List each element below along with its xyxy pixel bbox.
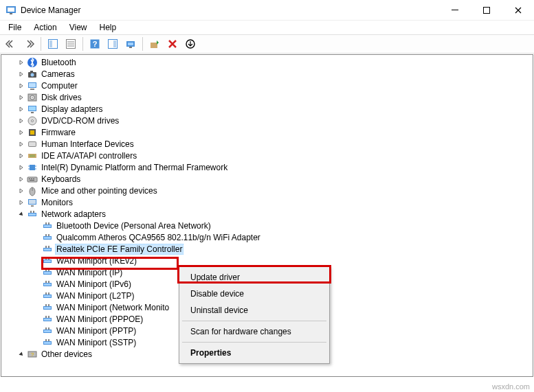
svg-rect-76 [48,257,49,260]
network-adapter-icon [42,290,53,301]
help-button[interactable]: ? [87,36,103,52]
tree-subitem[interactable]: Bluetooth Device (Personal Area Network) [1,220,533,231]
ctx-separator [182,342,326,343]
expand-arrow-icon[interactable] [16,93,26,102]
expand-arrow-icon[interactable] [16,69,26,79]
tree-subitem[interactable]: WAN Miniport (IKEv2) [1,255,533,266]
svg-rect-32 [31,112,34,113]
tree-item-label: Intel(R) Dynamic Platform and Thermal Fr… [40,163,229,172]
tree-item[interactable]: Keyboards [1,173,533,185]
expand-arrow-icon[interactable] [16,128,26,137]
expand-arrow-icon[interactable] [16,139,26,149]
svg-rect-62 [44,225,51,227]
tree-item[interactable]: Disk drives [1,91,533,103]
watermark: wsxdn.com [492,382,530,391]
expand-arrow-icon[interactable] [16,81,26,91]
svg-rect-48 [29,178,30,179]
tree-item-label: WAN Miniport (L2TP) [55,291,136,301]
uninstall-button[interactable] [164,36,181,52]
mouse-icon [27,185,38,196]
network-adapter-icon [42,279,53,290]
app-icon [5,5,16,16]
svg-rect-6 [49,41,52,47]
svg-rect-99 [45,327,47,330]
tree-item-label: WAN Miniport (IPv6) [55,279,133,289]
collapse-arrow-icon[interactable] [16,349,26,359]
svg-rect-18 [151,43,157,48]
svg-rect-70 [44,249,51,251]
disable-button[interactable] [182,36,199,52]
update-driver-button[interactable] [146,36,163,52]
expand-arrow-icon[interactable] [16,186,26,196]
svg-rect-64 [48,222,49,224]
close-button[interactable] [502,0,534,21]
tree-item-label: Display adapters [40,104,104,114]
chip-icon [27,162,38,173]
svg-rect-68 [48,234,49,236]
tree-item[interactable]: DVD/CD-ROM drives [1,115,533,126]
expand-arrow-icon[interactable] [16,151,26,161]
scan-hardware-button[interactable] [122,36,139,52]
menu-action[interactable]: Action [28,22,62,33]
svg-rect-98 [44,330,51,332]
firmware-icon [27,127,38,138]
expand-arrow-icon[interactable] [16,163,26,172]
expand-arrow-icon[interactable] [16,198,26,207]
tree-item-label: Qualcomm Atheros QCA9565 802.11b/g/n WiF… [55,233,262,242]
tree-item[interactable]: IDE ATA/ATAPI controllers [1,150,533,161]
svg-rect-56 [31,205,34,207]
svg-rect-60 [33,211,34,213]
svg-rect-55 [29,200,36,204]
menu-help[interactable]: Help [94,22,122,33]
expand-arrow-icon[interactable] [16,116,26,126]
tree-item-label: WAN Miniport (IKEv2) [55,256,138,266]
menu-bar: File Action View Help [0,21,534,34]
svg-rect-26 [30,89,34,90]
ctx-scan-hardware[interactable]: Scan for hardware changes [181,323,328,340]
expand-arrow-icon[interactable] [16,58,26,67]
svg-rect-91 [45,304,47,306]
expand-arrow-icon[interactable] [16,174,26,184]
disc-icon [27,115,38,126]
properties-button[interactable] [63,36,79,52]
tree-subitem[interactable]: Qualcomm Atheros QCA9565 802.11b/g/n WiF… [1,231,533,243]
svg-rect-39 [28,154,36,158]
svg-rect-103 [45,339,47,341]
menu-view[interactable]: View [64,22,93,33]
tree-item[interactable]: Intel(R) Dynamic Platform and Thermal Fr… [1,161,533,173]
tree-item-network-adapters[interactable]: Network adapters [1,208,533,220]
svg-rect-63 [45,222,47,224]
tree-item[interactable]: Display adapters [1,103,533,115]
tree-item[interactable]: Cameras [1,68,533,80]
bluetooth-icon [27,57,38,68]
ctx-uninstall-device[interactable]: Uninstall device [181,302,328,319]
tree-item[interactable]: Human Interface Devices [1,138,533,150]
tree-item-label: Bluetooth Device (Personal Area Network) [55,221,212,231]
maximize-button[interactable] [471,0,502,21]
show-hide-console-tree-button[interactable] [45,36,61,52]
forward-button[interactable] [21,36,37,52]
ctx-update-driver[interactable]: Update driver [181,269,328,286]
ctx-disable-device[interactable]: Disable device [181,286,328,302]
tree-item[interactable]: Mice and other pointing devices [1,185,533,196]
tree-item[interactable]: Computer [1,80,533,91]
tree-item[interactable]: Monitors [1,196,533,208]
svg-rect-86 [44,295,51,297]
collapse-arrow-icon[interactable] [16,209,26,219]
svg-rect-50 [33,178,34,179]
svg-rect-74 [44,260,51,262]
tree-item[interactable]: Bluetooth [1,56,533,68]
minimize-button[interactable] [439,0,471,21]
display-icon [27,104,38,115]
svg-rect-82 [44,284,51,286]
ctx-properties[interactable]: Properties [181,345,328,361]
tree-subitem[interactable]: Realtek PCIe FE Family Controller [1,243,533,255]
menu-file[interactable]: File [3,22,27,33]
title-bar: Device Manager [0,0,534,21]
back-button[interactable] [3,36,19,52]
hid-icon [27,139,38,150]
action-pane-button[interactable] [104,36,121,52]
tree-item[interactable]: Firmware [1,126,533,138]
expand-arrow-icon[interactable] [16,104,26,114]
svg-rect-31 [29,106,36,111]
